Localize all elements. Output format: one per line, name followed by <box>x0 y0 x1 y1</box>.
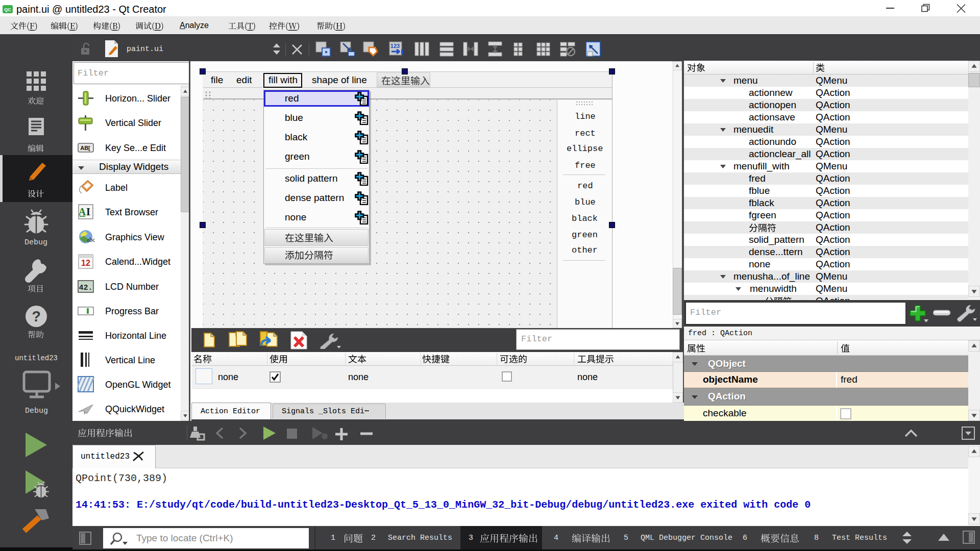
svg-text:AB[: AB[ <box>80 145 90 151</box>
svg-text:abc: abc <box>87 236 95 243</box>
svg-text:I: I <box>86 206 90 217</box>
svg-text:123: 123 <box>390 43 400 49</box>
svg-text:?: ? <box>32 308 41 324</box>
svg-text:A: A <box>79 206 86 217</box>
svg-text:12: 12 <box>81 259 90 267</box>
svg-text:QC: QC <box>4 7 11 12</box>
svg-text:42.: 42. <box>79 284 92 292</box>
